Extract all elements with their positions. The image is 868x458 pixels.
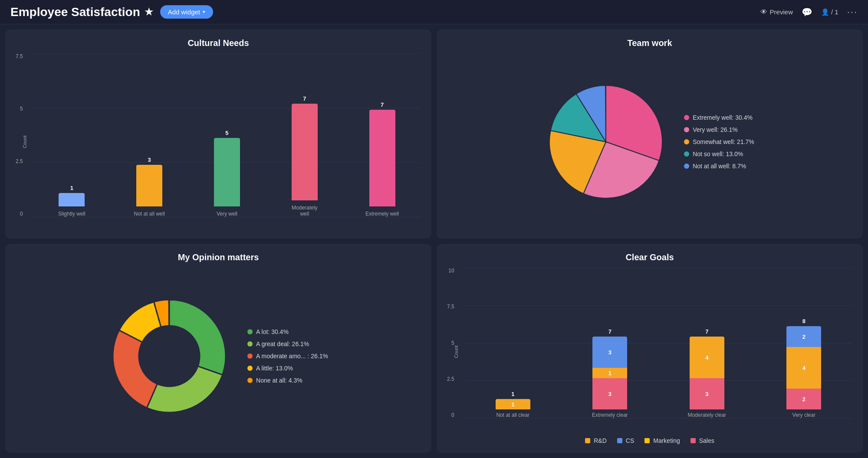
preview-button[interactable]: 👁 Preview xyxy=(760,8,793,16)
y-label-0: 0 xyxy=(20,211,23,217)
clear-goals-widget: Clear Goals Count 10 7.5 5 2.5 0 xyxy=(437,244,863,453)
dashboard: Cultural Needs Count 7.5 5 2.5 0 1 xyxy=(0,24,868,458)
team-work-legend: Extremely well: 30.4% Very well: 26.1% S… xyxy=(684,114,754,170)
legend-label: A moderate amo... : 26.1% xyxy=(256,353,328,360)
legend-dot xyxy=(684,115,689,120)
stacked-y-axis-labels: 10 7.5 5 2.5 0 xyxy=(447,268,457,418)
user-icon: 👤 xyxy=(821,8,829,16)
legend-label: Not so well: 13.0% xyxy=(693,150,743,157)
stacked-bar-label: Extremely clear xyxy=(588,412,631,418)
bar-value: 1 xyxy=(70,185,73,191)
legend-label: Somewhat well: 21.7% xyxy=(693,138,754,145)
legend-item: A lot: 30.4% xyxy=(247,328,328,335)
stacked-bar: 1 xyxy=(496,399,530,409)
stacked-chart-area: Count 10 7.5 5 2.5 0 11Not at all clear7… xyxy=(447,268,852,444)
stacked-total-label: 7 xyxy=(705,328,708,335)
legend-label: R&D xyxy=(594,437,607,444)
stacked-bar: 242 xyxy=(786,326,821,409)
stacked-y-75: 7.5 xyxy=(447,304,454,310)
legend-item: Not so well: 13.0% xyxy=(684,150,754,157)
clear-goals-title: Clear Goals xyxy=(447,252,852,262)
y-label-25: 2.5 xyxy=(16,158,23,164)
bar-value: 7 xyxy=(303,95,306,102)
cultural-needs-chart: Count 7.5 5 2.5 0 1 Slightly well 3 xyxy=(16,53,421,230)
stacked-bar-label: Not at all clear xyxy=(491,412,535,418)
bar xyxy=(292,104,318,200)
legend-label: A lot: 30.4% xyxy=(256,328,289,335)
team-work-pie-section: Extremely well: 30.4% Very well: 26.1% S… xyxy=(447,53,852,230)
bar xyxy=(59,193,85,206)
legend-item: Very well: 26.1% xyxy=(684,126,754,133)
legend-label: Marketing xyxy=(653,437,680,444)
stacked-bar-group: 11Not at all clear xyxy=(491,391,535,418)
stacked-bar-group: 734Moderately clear xyxy=(685,328,729,418)
stacked-bars-wrapper: 11Not at all clear7313Extremely clear734… xyxy=(464,268,852,418)
legend-square xyxy=(690,438,696,443)
grid-line-bottom xyxy=(33,217,421,217)
stacked-bar: 34 xyxy=(690,337,724,409)
legend-dot xyxy=(247,353,253,359)
chat-icon[interactable]: 💬 xyxy=(802,7,812,17)
my-opinion-donut xyxy=(108,295,230,417)
users-indicator: 👤 / 1 xyxy=(821,8,838,16)
stacked-y-0: 0 xyxy=(451,412,454,418)
bar xyxy=(369,110,395,206)
legend-label: CS xyxy=(626,437,634,444)
star-icon[interactable]: ★ xyxy=(145,7,153,18)
y-axis-labels: 7.5 5 2.5 0 xyxy=(16,53,26,217)
bar-group: 3 Not at all well xyxy=(132,157,167,217)
legend-label: Sales xyxy=(699,437,714,444)
stacked-bar-chart: Count 10 7.5 5 2.5 0 11Not at all clear7… xyxy=(447,268,852,435)
stacked-y-25: 2.5 xyxy=(447,376,454,382)
stacked-bar-group: 7313Extremely clear xyxy=(588,328,631,418)
users-count: / 1 xyxy=(831,8,838,16)
stacked-segment: 2 xyxy=(786,389,821,409)
more-menu-button[interactable]: ··· xyxy=(847,7,858,18)
my-opinion-widget: My Opinion matters A lot: 30.4% A great … xyxy=(5,244,431,453)
stacked-segment: 3 xyxy=(690,378,724,409)
legend-item: CS xyxy=(617,437,634,444)
stacked-bar: 313 xyxy=(592,337,627,409)
bar-value: 3 xyxy=(148,157,151,163)
stacked-segment: 3 xyxy=(592,378,627,409)
title-text: Employee Satisfaction xyxy=(10,5,140,19)
cultural-needs-widget: Cultural Needs Count 7.5 5 2.5 0 1 xyxy=(5,29,431,239)
bar-value: 5 xyxy=(225,130,228,136)
header: Employee Satisfaction ★ Add widget ▾ 👁 P… xyxy=(0,0,868,24)
bar-group: 7 Moderately well xyxy=(287,95,322,217)
y-label-5: 5 xyxy=(20,106,23,112)
legend-square xyxy=(585,438,590,443)
add-widget-button[interactable]: Add widget ▾ xyxy=(160,5,213,19)
legend-item: A little: 13.0% xyxy=(247,365,328,372)
legend-item: Somewhat well: 21.7% xyxy=(684,138,754,145)
legend-dot xyxy=(684,139,689,144)
stacked-total-label: 1 xyxy=(511,391,514,397)
stacked-y-10: 10 xyxy=(448,268,454,274)
stacked-segment: 2 xyxy=(786,326,821,347)
team-work-widget: Team work Extremely well: 30.4% Very wel… xyxy=(437,29,863,239)
legend-label: A great deal: 26.1% xyxy=(256,340,309,347)
my-opinion-title: My Opinion matters xyxy=(16,252,421,262)
y-label-75: 7.5 xyxy=(16,53,23,59)
sg-line-5 xyxy=(464,418,852,419)
legend-item: R&D xyxy=(585,437,607,444)
legend-dot xyxy=(684,151,689,157)
bar-label: Extremely well xyxy=(365,211,400,217)
legend-dot xyxy=(247,366,253,371)
bar-label: Very well xyxy=(210,211,244,217)
stacked-segment: 4 xyxy=(690,337,724,378)
clear-goals-legend: R&D CS Marketing Sales xyxy=(447,435,852,444)
cultural-needs-title: Cultural Needs xyxy=(16,38,421,48)
stacked-total-label: 8 xyxy=(802,318,806,324)
legend-label: Very well: 26.1% xyxy=(693,126,738,133)
bar-value: 7 xyxy=(381,101,384,108)
team-work-pie xyxy=(545,81,667,203)
legend-square xyxy=(617,438,622,443)
bar-group: 1 Slightly well xyxy=(54,185,89,217)
legend-item: Extremely well: 30.4% xyxy=(684,114,754,121)
legend-label: Not at all well: 8.7% xyxy=(693,163,746,170)
stacked-y-5: 5 xyxy=(451,340,454,346)
legend-item: Marketing xyxy=(644,437,680,444)
bar-group: 5 Very well xyxy=(210,130,244,217)
legend-label: None at all: 4.3% xyxy=(256,377,302,384)
